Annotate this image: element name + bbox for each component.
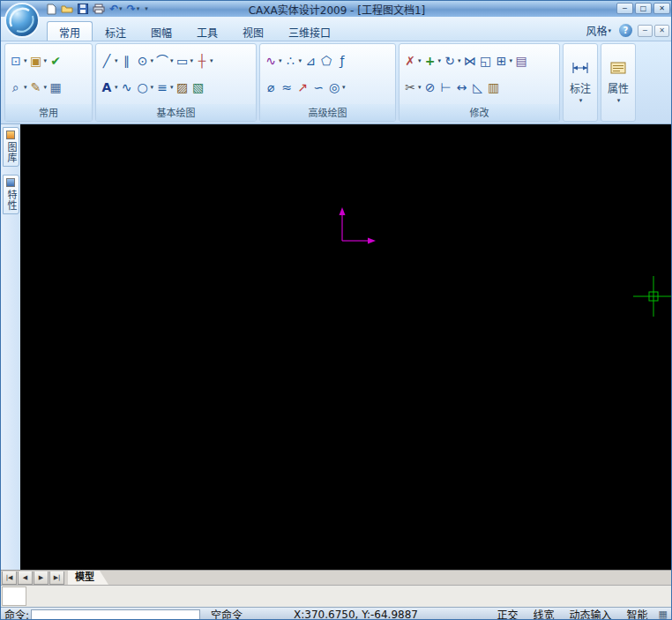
sidebar-tab-label: 图库	[4, 142, 18, 163]
point-button[interactable]: ∴▾	[283, 51, 303, 71]
move-icon: +	[423, 52, 437, 70]
status-toggle-0[interactable]: 正交	[497, 607, 519, 620]
help-button[interactable]: ?	[619, 24, 632, 37]
update-view-button[interactable]: ✔	[48, 51, 63, 71]
cloud-line-icon: ∽	[311, 78, 325, 96]
command-input[interactable]	[31, 609, 200, 620]
circle-button[interactable]: ⊙▾	[135, 51, 155, 71]
ribbon: ⊡▾▣▾✔⌕▾✎▾▦常用╱▾∥⊙▾⌒▾▭▾┼▾A▾∿○▾≡▾▨▧基本绘图∿▾∴▾…	[1, 41, 672, 124]
scale-button[interactable]: ◱	[478, 51, 494, 71]
break-button[interactable]: ⊘	[422, 78, 438, 97]
group-label: 修改	[399, 104, 559, 121]
dropdown-icon: ▾	[299, 57, 302, 64]
dropdown-icon: ▾	[510, 57, 513, 64]
stretch-button[interactable]: ↔	[454, 78, 470, 97]
trim-icon: ✂	[403, 78, 417, 96]
maximize-button[interactable]: □	[635, 3, 652, 14]
sidebar-tab-0[interactable]: 图库	[3, 127, 19, 167]
text-button[interactable]: A▾	[99, 78, 119, 97]
rotate-icon: ↻	[443, 52, 457, 70]
fill-button[interactable]: ▧	[190, 78, 206, 97]
ribbon-tab-3[interactable]: 工具	[184, 21, 230, 41]
mirror-button[interactable]: ⋈	[462, 51, 478, 71]
stamp-button[interactable]: ▤	[513, 51, 529, 71]
point-icon: ∴	[284, 52, 298, 70]
ribbon-tab-5[interactable]: 三维接口	[276, 21, 343, 41]
doc-minimize-button[interactable]: ─	[638, 25, 653, 37]
spline-button[interactable]: ∿	[119, 78, 135, 97]
first-sheet-button[interactable]: |◀	[2, 571, 17, 585]
array-button[interactable]: ⊞▾	[494, 51, 514, 71]
redo-icon: ↷	[127, 3, 136, 15]
ribbon-tab-1[interactable]: 标注	[93, 21, 138, 41]
close-button[interactable]: ✕	[653, 3, 670, 14]
style-dropdown[interactable]: 风格 ▾	[583, 22, 614, 39]
minimize-button[interactable]: ─	[616, 3, 633, 14]
ribbon-tab-4[interactable]: 视图	[230, 21, 276, 41]
arc-button[interactable]: ⌒▾	[154, 51, 175, 71]
doc-close-button[interactable]: ✕	[654, 25, 669, 37]
new-document-button[interactable]	[45, 2, 58, 16]
polygon-button[interactable]: ⬠	[318, 51, 334, 71]
formula-curve-button[interactable]: ƒ	[334, 51, 350, 71]
application-window: ↶▾↷▾▾ CAXA实体设计2009 - [工程图文档1] ─□✕ 常用标注图幅…	[0, 0, 672, 620]
parallel-line-button[interactable]: ∥	[119, 51, 135, 71]
line-button[interactable]: ╱▾	[99, 51, 119, 71]
extend-button[interactable]: ⊢	[438, 78, 454, 97]
status-toggle-1[interactable]: 线宽	[534, 607, 555, 620]
chamfer-button[interactable]: ◺	[470, 78, 486, 97]
status-toggle-3[interactable]: 智能	[627, 607, 648, 620]
section-line-button[interactable]: ⌀	[263, 78, 279, 97]
properties-brush-button[interactable]: ▥	[486, 78, 502, 97]
undo-button[interactable]: ↶▾	[108, 2, 124, 16]
save-button[interactable]	[76, 2, 90, 16]
trim-button[interactable]: ✂▾	[402, 78, 422, 97]
copy-button[interactable]: ⊡▾	[8, 51, 28, 71]
move-button[interactable]: +▾	[422, 51, 443, 71]
wave-line-button[interactable]: ≈	[279, 78, 295, 97]
delete-button[interactable]: ✗▾	[402, 51, 422, 71]
last-sheet-button[interactable]: ▶|	[49, 571, 64, 585]
redo-button[interactable]: ↷▾	[125, 2, 142, 16]
rectangle-button[interactable]: ▭▾	[175, 51, 195, 71]
arrow-button[interactable]: ↗	[295, 78, 310, 97]
angle-line-button[interactable]: ⊿	[302, 51, 318, 71]
status-toggle-2[interactable]: 动态输入	[570, 607, 612, 620]
chamfer-icon: ◺	[471, 78, 485, 96]
paste-button[interactable]: ▣▾	[28, 51, 49, 71]
ribbon-tab-2[interactable]: 图幅	[138, 21, 184, 41]
zoom-button[interactable]: ⌕▾	[8, 78, 28, 97]
detail-view-button[interactable]: ◎▾	[326, 78, 347, 97]
offset-line-button[interactable]: ≡▾	[154, 78, 175, 97]
sketch-edit-button[interactable]: ✎▾	[28, 78, 49, 97]
mirror-icon: ⋈	[463, 52, 477, 70]
dimension-button[interactable]: 标注▾	[564, 44, 597, 121]
dropdown-icon: ▾	[579, 97, 583, 104]
dropdown-icon: ▾	[115, 57, 118, 64]
hatch-button[interactable]: ▨	[175, 78, 190, 97]
new-document-icon	[47, 4, 56, 15]
cloud-line-button[interactable]: ∽	[310, 78, 326, 97]
dropdown-icon: ▾	[210, 57, 213, 64]
next-sheet-button[interactable]: ▶	[34, 571, 49, 585]
group-label: 常用	[5, 104, 92, 121]
display-settings-button[interactable]: ▦	[48, 78, 63, 97]
curve-button[interactable]: ∿▾	[263, 51, 283, 71]
ellipse-button[interactable]: ○▾	[135, 78, 155, 97]
rotate-button[interactable]: ↻▾	[442, 51, 462, 71]
properties-button[interactable]: 属性▾	[601, 44, 635, 121]
grid-icon[interactable]: ▦	[659, 609, 668, 620]
drawing-canvas[interactable]	[20, 124, 672, 570]
prev-sheet-button[interactable]: ◀	[18, 571, 33, 585]
quick-access-toolbar: ↶▾↷▾▾	[45, 1, 150, 17]
sheet-tab-0[interactable]: 模型	[68, 571, 108, 585]
sidebar-tab-1[interactable]: 特性	[3, 175, 19, 214]
center-line-button[interactable]: ┼▾	[194, 51, 214, 71]
open-file-button[interactable]	[59, 2, 75, 16]
open-file-icon	[61, 4, 73, 14]
toolbar-options-button[interactable]: ▾	[142, 2, 150, 16]
ribbon-tab-0[interactable]: 常用	[47, 21, 93, 41]
parallel-line-icon: ∥	[120, 52, 134, 70]
app-logo-button[interactable]	[4, 2, 41, 39]
print-button[interactable]	[91, 2, 107, 16]
